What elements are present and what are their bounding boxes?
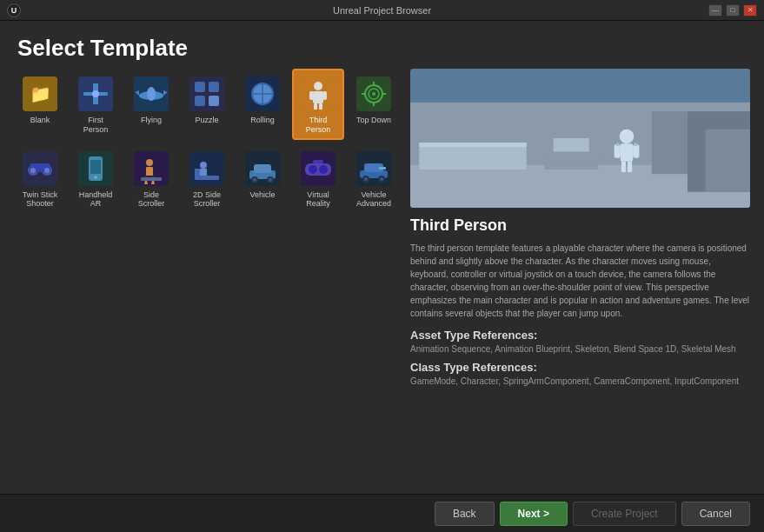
selected-template-name: Third Person: [410, 216, 750, 235]
window-title: Unreal Project Browser: [333, 5, 431, 16]
svg-rect-24: [309, 91, 314, 100]
template-first-person[interactable]: First Person: [70, 69, 122, 140]
template-blank-icon: 📁: [20, 74, 60, 114]
back-button[interactable]: Back: [435, 502, 495, 526]
template-puzzle-label: Puzzle: [195, 116, 218, 125]
class-type-title: Class Type References:: [410, 361, 750, 374]
template-vehicle-icon: [242, 149, 282, 189]
template-side-scroller-label: Side Scroller: [130, 190, 172, 209]
svg-point-94: [616, 143, 620, 146]
svg-point-55: [200, 162, 207, 169]
template-handheld-ar[interactable]: Handheld AR: [70, 143, 122, 215]
svg-rect-59: [254, 164, 271, 173]
svg-rect-93: [628, 162, 632, 172]
svg-rect-51: [141, 177, 162, 181]
template-vehicle-advanced[interactable]: Vehicle Advanced: [348, 143, 400, 215]
footer: Back Next > Create Project Cancel: [0, 494, 764, 532]
template-handheld-ar-icon: [76, 149, 116, 189]
svg-rect-25: [322, 91, 327, 100]
svg-rect-81: [419, 143, 526, 147]
class-type-content: GameMode, Character, SpringArmComponent,…: [410, 376, 750, 386]
create-project-button[interactable]: Create Project: [573, 502, 676, 526]
svg-point-67: [319, 165, 328, 174]
template-vehicle-advanced-label: Vehicle Advanced: [353, 190, 395, 209]
selected-template-description: The third person template features a pla…: [410, 242, 750, 320]
template-side-scroller-icon: [131, 149, 171, 189]
template-twin-stick-label: Twin Stick Shooter: [19, 190, 61, 209]
template-puzzle[interactable]: Puzzle: [181, 69, 233, 140]
svg-point-41: [44, 168, 50, 173]
svg-point-75: [380, 177, 383, 181]
svg-rect-68: [313, 160, 323, 163]
template-third-person[interactable]: Third Person: [292, 69, 344, 140]
content-area: 📁 Blank First Person: [0, 69, 764, 494]
template-blank[interactable]: 📁 Blank: [14, 69, 66, 140]
template-rolling-icon: [242, 74, 282, 114]
svg-rect-91: [633, 144, 639, 157]
description-area: Third Person The third person template f…: [410, 216, 750, 494]
page-title: Select Template: [0, 21, 764, 69]
template-preview: [410, 69, 750, 208]
svg-point-8: [147, 87, 156, 101]
main-container: Select Template 📁 Blank: [0, 21, 764, 532]
svg-rect-44: [90, 160, 101, 174]
template-virtual-reality-icon: [298, 149, 338, 189]
template-twin-stick[interactable]: Twin Stick Shooter: [14, 143, 66, 215]
svg-point-40: [30, 168, 36, 173]
template-virtual-reality[interactable]: Virtual Reality: [292, 143, 344, 215]
svg-rect-92: [621, 162, 626, 172]
svg-point-95: [634, 143, 637, 146]
cancel-button[interactable]: Cancel: [681, 502, 750, 526]
template-flying-icon: [131, 74, 171, 114]
template-twin-stick-icon: [20, 149, 60, 189]
svg-point-31: [372, 92, 375, 96]
maximize-button[interactable]: □: [726, 4, 740, 17]
svg-point-61: [253, 178, 256, 182]
template-side-scroller[interactable]: Side Scroller: [125, 143, 177, 215]
template-vehicle-advanced-icon: [354, 149, 394, 189]
left-panel: 📁 Blank First Person: [14, 69, 396, 494]
template-rolling-label: Rolling: [250, 116, 275, 125]
svg-rect-13: [209, 82, 219, 92]
svg-point-22: [314, 82, 322, 90]
template-2d-side-icon: [187, 149, 227, 189]
template-vehicle[interactable]: Vehicle: [236, 143, 289, 215]
minimize-button[interactable]: —: [708, 4, 722, 17]
template-handheld-ar-label: Handheld AR: [75, 190, 116, 209]
templates-grid-row1: 📁 Blank First Person: [14, 69, 396, 140]
svg-rect-76: [379, 167, 386, 170]
svg-rect-48: [146, 167, 153, 176]
svg-rect-53: [195, 176, 219, 180]
template-2d-side-label: 2D Side Scroller: [186, 190, 228, 209]
template-2d-side[interactable]: 2D Side Scroller: [181, 143, 233, 215]
svg-point-47: [146, 159, 153, 166]
svg-rect-27: [319, 103, 322, 110]
template-top-down-label: Top Down: [356, 116, 391, 125]
svg-rect-11: [189, 76, 224, 111]
template-flying-label: Flying: [141, 116, 162, 125]
svg-rect-12: [195, 82, 205, 92]
svg-rect-84: [554, 138, 589, 151]
template-third-person-icon: [298, 74, 338, 114]
template-rolling[interactable]: Rolling: [236, 69, 289, 140]
asset-type-content: Animation Sequence, Animation Blueprint,…: [410, 344, 750, 354]
template-top-down[interactable]: Top Down: [348, 69, 400, 140]
next-button[interactable]: Next >: [500, 502, 568, 526]
close-button[interactable]: ✕: [743, 4, 757, 17]
template-first-person-icon: [76, 74, 116, 114]
template-top-down-icon: [354, 74, 394, 114]
title-bar-left: U: [7, 3, 21, 17]
template-puzzle-icon: [187, 74, 227, 114]
template-first-person-label: First Person: [75, 116, 116, 135]
template-flying[interactable]: Flying: [125, 69, 177, 140]
svg-rect-26: [314, 103, 317, 110]
svg-point-73: [364, 177, 368, 181]
template-third-person-label: Third Person: [297, 116, 339, 135]
template-virtual-reality-label: Virtual Reality: [297, 190, 339, 209]
svg-point-88: [620, 130, 634, 143]
title-bar-controls[interactable]: — □ ✕: [708, 4, 757, 17]
templates-grid-row2: Twin Stick Shooter Handheld AR: [14, 143, 396, 215]
svg-rect-15: [209, 96, 219, 106]
template-vehicle-label: Vehicle: [249, 190, 275, 200]
svg-rect-89: [621, 143, 633, 162]
